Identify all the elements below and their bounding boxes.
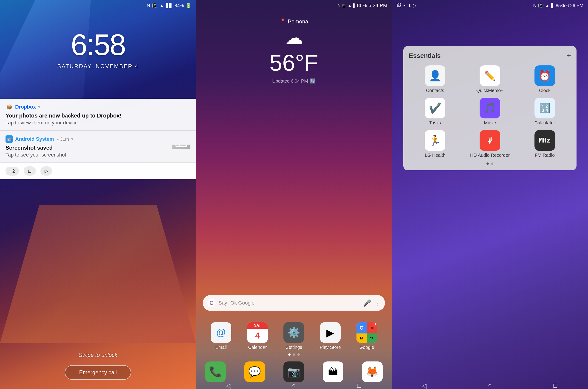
fmradio-app[interactable]: MHz FM Radio [518,130,571,158]
contacts-label: Contacts [426,88,444,93]
signal-icon-s3: ▋ [551,3,554,8]
vibrate-icon: 📳 [152,3,158,8]
refresh-icon[interactable]: 🔄 [310,78,316,84]
battery-percent-s2: 86% [357,2,367,8]
photo-icon-s3: 🖼 [397,3,401,8]
play-store-label: Play Store [320,345,341,350]
clock-icon: ⏰ [534,65,555,86]
play-store-app[interactable]: ▶ Play Store [317,322,344,350]
page-dot-1 [288,354,291,356]
essentials-header: Essentials + [409,51,571,60]
home-button-s3[interactable]: ○ [483,381,497,389]
settings-label: Settings [286,345,302,350]
calendar-label: Calendar [248,345,267,350]
dropbox-notification[interactable]: 📦 Dropbox ▾ Your photos are now backed u… [0,99,196,130]
signal-icon-s2: ▋ [353,3,356,8]
calculator-app[interactable]: 🔢 Calculator [518,98,571,126]
lock-screen-bottom: Swipe to unlock Emergency call [0,325,196,389]
music-app[interactable]: 🎵 Music [464,98,516,126]
music-label: Music [484,120,496,126]
photos-dock[interactable]: 🏔 [323,361,343,382]
vibrate-icon-s3: 📳 [538,3,544,8]
window-btn[interactable]: ⊡ [24,166,36,176]
location-pin-icon: 📍 [280,18,286,25]
hdaudio-label: HD Audio Recorder [470,153,510,158]
tasks-app[interactable]: ✔️ Tasks [409,98,461,126]
emergency-call-button[interactable]: Emergency call [65,365,131,380]
essentials-card: Essentials + 👤 Contacts ✏️ QuickMemo+ [403,46,577,170]
google-label: Google [359,345,374,350]
wifi-icon: ▲ [159,3,164,8]
notif-actions: +2 ⊡ ▷ [0,163,196,179]
dock-bar: 📞 💬 📷 🏔 🦊 [196,361,392,382]
calendar-icon: SAT 4 [247,322,268,343]
clock-area: 6:58 SATURDAY, NOVEMBER 4 [0,28,196,69]
wifi-icon-s3: ▲ [545,3,550,8]
settings-app[interactable]: ⚙️ Settings [280,322,308,350]
weather-location: 📍 Pomona [196,18,392,25]
email-app[interactable]: @ Email [207,322,235,350]
search-placeholder[interactable]: Say "Ok Google" [219,300,360,306]
dropbox-notif-body: Tap to view them on your device. [5,120,190,126]
lghealth-app[interactable]: 🏃 LG Health [409,130,461,158]
add-app-button[interactable]: + [567,51,571,60]
recents-button[interactable]: □ [352,381,366,389]
page-dot-2 [293,354,295,356]
back-button[interactable]: ◁ [222,381,235,389]
home-status-bar: N 📳 ▲ ▋ 86% 6:24 PM [196,0,392,11]
clock-time-s2: 6:24 PM [368,2,387,8]
google-app[interactable]: G ✉ M 🗺 5 Google [353,322,381,350]
more-options-icon[interactable]: ⋮ [374,299,380,307]
clock-app[interactable]: ⏰ Clock [518,65,571,93]
phone-icon: 📞 [205,361,226,382]
status-bar: N 📳 ▲ ▋▋ 84% 🔋 [0,0,196,11]
google-search-bar[interactable]: G Say "Ok Google" 🎤 ⋮ [203,295,385,311]
back-button-s3[interactable]: ◁ [418,381,431,389]
music-icon: 🎵 [479,98,500,118]
status-icons: N 📳 ▲ ▋▋ 84% 🔋 [147,3,191,8]
email-label: Email [215,345,227,350]
play-store-icon: ▶ [320,322,341,343]
home-button[interactable]: ○ [287,381,301,389]
microphone-icon[interactable]: 🎤 [363,299,371,307]
messages-icon: 💬 [244,361,265,382]
more-notifs-btn[interactable]: +2 [5,167,19,176]
essentials-screen: 🖼 ✂ ⬇ ▷ N 📳 ▲ ▋ 85% 6:26 PM Essentials +… [392,0,588,389]
firefox-dock[interactable]: 🦊 [362,361,383,382]
forward-btn[interactable]: ▷ [40,166,52,176]
weather-cloud-icon: ☁ [196,27,392,48]
contacts-app[interactable]: 👤 Contacts [409,65,461,93]
messages-dock[interactable]: 💬 [244,361,265,382]
essentials-page-dots [409,162,571,165]
nfc-icon: N [147,3,150,8]
tasks-icon: ✔️ [425,98,445,118]
weather-section: 📍 Pomona ☁ 56°F Updated 6:04 PM 🔄 [196,18,392,84]
android-app-name: Android System [15,136,54,142]
calendar-app[interactable]: SAT 4 Calendar [244,322,271,350]
lghealth-label: LG Health [425,153,445,158]
fmradio-icon: MHz [534,130,555,151]
google-logo: G [207,299,216,307]
hdaudio-app[interactable]: 🎙 HD Audio Recorder [464,130,516,158]
phone-dock[interactable]: 📞 [205,361,226,382]
fmradio-label: FM Radio [535,153,555,158]
crop-icon-s3: ✂ [403,3,406,8]
page-indicators [196,354,392,356]
dropdown-arrow: ▾ [38,104,40,109]
weather-updated: Updated 6:04 PM 🔄 [196,78,392,84]
camera-dock[interactable]: 📷 [283,361,304,382]
battery-s3: 85% [556,3,565,8]
recents-button-s3[interactable]: □ [549,381,562,389]
battery-icon: 🔋 [185,3,191,8]
email-icon: @ [211,322,231,343]
quickmemo-app[interactable]: ✏️ QuickMemo+ [464,65,516,93]
calculator-label: Calculator [534,120,555,126]
notif-header: 📦 Dropbox ▾ [5,103,190,111]
dropbox-app-name: Dropbox [15,104,36,110]
status-right: N 📳 ▲ ▋ 86% 6:24 PM [338,2,387,8]
hdaudio-icon: 🎙 [479,130,500,151]
essentials-title: Essentials [409,52,441,60]
dropbox-icon: 📦 [5,103,13,111]
android-system-notification[interactable]: 🤖 Android System • 31m ▾ [0,131,196,163]
ess-dot-2 [491,162,493,165]
